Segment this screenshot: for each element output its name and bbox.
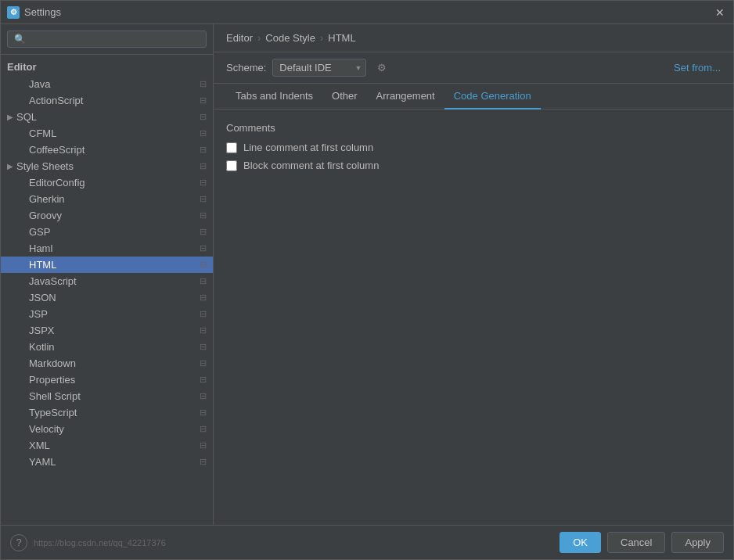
sidebar-item-actionscript[interactable]: ActionScript ⊟	[1, 92, 213, 109]
sidebar-item-haml[interactable]: Haml ⊟	[1, 240, 213, 257]
sidebar-item-yaml[interactable]: YAML ⊟	[1, 454, 213, 470]
copy-icon: ⊟	[200, 424, 207, 434]
copy-icon: ⊟	[200, 194, 207, 204]
line-comment-row: Line comment at first column	[226, 142, 721, 153]
sidebar-item-actionscript-label: ActionScript	[29, 95, 83, 106]
sidebar-item-velocity-label: Velocity	[29, 423, 64, 435]
copy-icon: ⊟	[200, 210, 207, 221]
sidebar-item-jspx[interactable]: JSPX ⊟	[1, 322, 213, 339]
copy-icon: ⊟	[200, 95, 207, 106]
arrow-icon: ▶	[7, 162, 13, 171]
sidebar-item-jsp-label: JSP	[29, 308, 48, 320]
sidebar-item-gsp[interactable]: GSP ⊟	[1, 224, 213, 240]
copy-icon: ⊟	[200, 375, 207, 385]
gear-button[interactable]: ⚙	[372, 59, 391, 76]
copy-icon: ⊟	[200, 112, 207, 122]
copy-icon: ⊟	[200, 407, 207, 418]
sidebar-item-gherkin-label: Gherkin	[29, 193, 65, 205]
sidebar-item-jsp[interactable]: JSP ⊟	[1, 306, 213, 322]
scheme-label: Scheme:	[226, 62, 266, 74]
block-comment-label[interactable]: Block comment at first column	[243, 160, 379, 171]
line-comment-label[interactable]: Line comment at first column	[243, 142, 373, 153]
sidebar-item-editorconfig-label: EditorConfig	[29, 177, 85, 188]
sidebar-item-shell-script-label: Shell Script	[29, 390, 81, 402]
sidebar-item-properties[interactable]: Properties ⊟	[1, 372, 213, 388]
breadcrumb-html: HTML	[328, 32, 355, 44]
sidebar-item-jspx-label: JSPX	[29, 325, 55, 336]
sidebar-item-coffeescript[interactable]: CoffeeScript ⊟	[1, 142, 213, 158]
ok-button[interactable]: OK	[559, 532, 601, 553]
sidebar-item-typescript[interactable]: TypeScript ⊟	[1, 404, 213, 421]
block-comment-checkbox[interactable]	[226, 160, 237, 171]
sidebar-item-sql[interactable]: ▶ SQL ⊟	[1, 109, 213, 125]
sidebar-item-typescript-label: TypeScript	[29, 407, 77, 418]
copy-icon: ⊟	[200, 260, 207, 270]
sidebar-item-style-sheets[interactable]: ▶ Style Sheets ⊟	[1, 158, 213, 174]
sidebar-item-groovy-label: Groovy	[29, 210, 62, 221]
sidebar-item-sql-label: SQL	[16, 111, 37, 123]
sidebar-item-json[interactable]: JSON ⊟	[1, 289, 213, 306]
tab-arrangement[interactable]: Arrangement	[367, 84, 444, 109]
tab-other[interactable]: Other	[322, 84, 367, 109]
block-comment-row: Block comment at first column	[226, 160, 721, 171]
breadcrumb: Editor › Code Style › HTML	[214, 24, 733, 52]
help-button[interactable]: ?	[10, 534, 27, 551]
copy-icon: ⊟	[200, 145, 207, 155]
bottom-url: https://blog.csdn.net/qq_42217376	[34, 538, 559, 547]
copy-icon: ⊟	[200, 293, 207, 303]
sidebar-item-groovy[interactable]: Groovy ⊟	[1, 207, 213, 224]
sidebar-item-json-label: JSON	[29, 292, 56, 303]
bottom-bar: ? https://blog.csdn.net/qq_42217376 OK C…	[1, 525, 733, 559]
tab-code-generation[interactable]: Code Generation	[444, 84, 541, 109]
scheme-select[interactable]: Default IDE Project Custom	[272, 59, 366, 77]
breadcrumb-sep-1: ›	[257, 32, 261, 44]
sidebar-item-haml-label: Haml	[29, 242, 52, 254]
sidebar-item-xml-label: XML	[29, 440, 50, 451]
comments-section-title: Comments	[226, 122, 721, 134]
main-content: Editor Java ⊟ ActionScript ⊟ ▶ SQL	[1, 24, 733, 525]
line-comment-checkbox[interactable]	[226, 142, 237, 153]
sidebar-item-cfml[interactable]: CFML ⊟	[1, 125, 213, 142]
copy-icon: ⊟	[200, 457, 207, 467]
tabs-bar: Tabs and Indents Other Arrangement Code …	[214, 84, 733, 109]
sidebar-item-java-label: Java	[29, 78, 50, 90]
sidebar-item-java[interactable]: Java ⊟	[1, 76, 213, 92]
sidebar-item-gherkin[interactable]: Gherkin ⊟	[1, 191, 213, 207]
copy-icon: ⊟	[200, 178, 207, 188]
search-bar	[1, 24, 213, 55]
sidebar-item-velocity[interactable]: Velocity ⊟	[1, 421, 213, 437]
panel-content: Comments Line comment at first column Bl…	[214, 109, 733, 525]
sidebar-item-yaml-label: YAML	[29, 456, 56, 468]
copy-icon: ⊟	[200, 309, 207, 319]
app-icon: ⚙	[7, 6, 20, 19]
scheme-bar: Scheme: Default IDE Project Custom ⚙ Set…	[214, 52, 733, 84]
arrow-icon: ▶	[7, 113, 13, 121]
cancel-button[interactable]: Cancel	[607, 532, 665, 553]
sidebar-item-javascript[interactable]: JavaScript ⊟	[1, 273, 213, 289]
sidebar: Editor Java ⊟ ActionScript ⊟ ▶ SQL	[1, 24, 214, 525]
sidebar-item-html-label: HTML	[29, 259, 56, 271]
breadcrumb-code-style: Code Style	[265, 32, 315, 44]
close-button[interactable]: ✕	[713, 5, 727, 20]
sidebar-item-javascript-label: JavaScript	[29, 275, 77, 287]
copy-icon: ⊟	[200, 440, 207, 451]
copy-icon: ⊟	[200, 325, 207, 336]
settings-window: ⚙ Settings ✕ Editor Java ⊟	[0, 0, 734, 560]
sidebar-item-markdown[interactable]: Markdown ⊟	[1, 355, 213, 372]
breadcrumb-sep-2: ›	[320, 32, 323, 44]
sidebar-item-xml[interactable]: XML ⊟	[1, 437, 213, 454]
set-from-button[interactable]: Set from...	[674, 62, 721, 74]
copy-icon: ⊟	[200, 161, 207, 171]
tab-tabs-and-indents[interactable]: Tabs and Indents	[226, 84, 322, 109]
apply-button[interactable]: Apply	[671, 532, 724, 553]
sidebar-item-html[interactable]: HTML ⊟	[1, 257, 213, 273]
sidebar-item-kotlin[interactable]: Kotlin ⊟	[1, 339, 213, 355]
sidebar-list: Editor Java ⊟ ActionScript ⊟ ▶ SQL	[1, 55, 213, 525]
sidebar-item-editorconfig[interactable]: EditorConfig ⊟	[1, 174, 213, 191]
search-input[interactable]	[7, 31, 207, 48]
sidebar-item-shell-script[interactable]: Shell Script ⊟	[1, 388, 213, 404]
window-title: Settings	[24, 6, 713, 18]
copy-icon: ⊟	[200, 227, 207, 237]
sidebar-item-coffeescript-label: CoffeeScript	[29, 144, 85, 156]
titlebar: ⚙ Settings ✕	[1, 1, 733, 24]
